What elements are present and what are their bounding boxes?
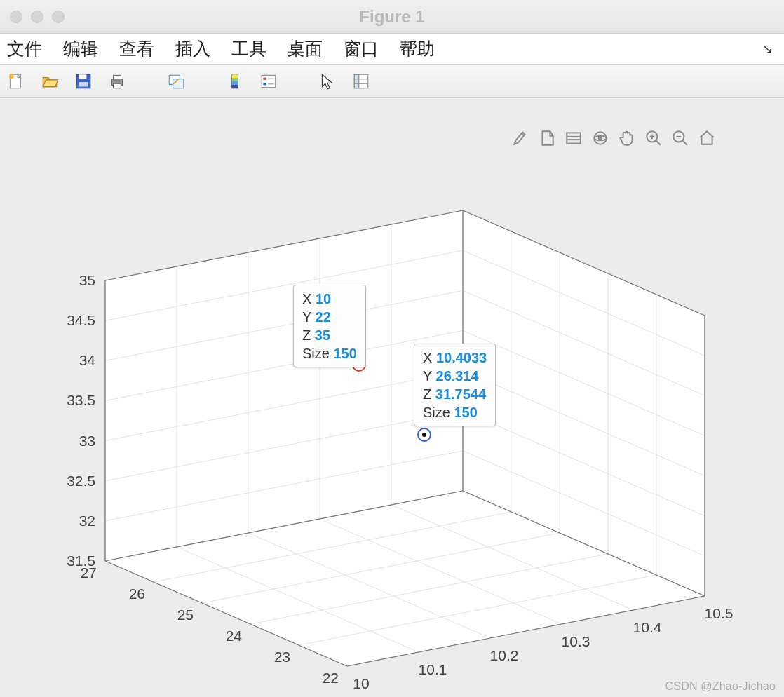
svg-text:23: 23 [274, 649, 290, 665]
dock-icon[interactable]: ↘ [762, 41, 777, 57]
zoom-button[interactable] [52, 11, 65, 23]
svg-rect-12 [232, 74, 238, 78]
new-icon[interactable] [6, 71, 27, 92]
menu-file[interactable]: 文件 [7, 37, 42, 60]
svg-text:27: 27 [81, 564, 97, 581]
datatip-1[interactable]: X 10.4033 Y 26.314 Z 31.7544 Size 150 [414, 344, 496, 426]
svg-rect-15 [232, 84, 238, 88]
toolbar [0, 65, 784, 98]
datatip-label: Size [423, 405, 450, 420]
svg-text:35: 35 [79, 272, 95, 288]
svg-point-29 [599, 137, 602, 140]
svg-rect-13 [232, 78, 238, 81]
datatip-0[interactable]: X 10 Y 22 Z 35 Size 150 [293, 285, 366, 367]
svg-rect-25 [567, 133, 581, 143]
pan-icon[interactable] [616, 128, 637, 149]
titlebar: Figure 1 [0, 0, 784, 34]
plot-area: 31.53232.53333.53434.535 222324252627 10… [0, 98, 784, 697]
datatip-value: 31.7544 [435, 386, 486, 402]
axes-3d[interactable]: 31.53232.53333.53434.535 222324252627 10… [0, 154, 784, 697]
svg-rect-22 [354, 74, 359, 88]
svg-text:32.5: 32.5 [67, 473, 95, 489]
svg-text:10.2: 10.2 [490, 647, 519, 663]
datatip-value: 10.4033 [436, 350, 487, 365]
svg-rect-16 [262, 75, 276, 87]
datatip-label: Y [302, 309, 311, 325]
svg-rect-17 [263, 77, 266, 79]
legend-icon[interactable] [258, 71, 279, 92]
svg-rect-5 [79, 82, 88, 87]
svg-text:24: 24 [226, 628, 243, 644]
rotate-icon[interactable] [590, 128, 611, 149]
open-icon[interactable] [39, 71, 60, 92]
datatip-icon[interactable] [563, 128, 584, 149]
datatip-label: Z [302, 327, 311, 343]
watermark: CSDN @Zhao-Jichao [665, 680, 776, 693]
export-icon[interactable] [536, 128, 557, 149]
svg-text:25: 25 [177, 607, 194, 623]
svg-text:33.5: 33.5 [67, 392, 95, 408]
window-title: Figure 1 [0, 7, 784, 27]
datatip-value: 22 [316, 309, 331, 325]
print-icon[interactable] [107, 71, 128, 92]
datatip-value: 26.314 [436, 368, 479, 384]
link-icon[interactable] [165, 71, 187, 92]
datatip-value: 150 [454, 405, 477, 420]
svg-rect-19 [263, 83, 266, 85]
svg-text:34: 34 [79, 352, 96, 368]
datatip-label: X [302, 291, 311, 306]
minimize-button[interactable] [31, 11, 43, 23]
cursor-icon[interactable] [317, 71, 338, 92]
scatter-point-blue[interactable] [417, 428, 431, 442]
svg-line-36 [682, 140, 687, 145]
datatip-label: Z [423, 386, 431, 402]
axes-toolbar [510, 128, 717, 149]
svg-rect-14 [232, 81, 238, 85]
svg-text:33: 33 [79, 433, 95, 449]
colorbar-icon[interactable] [224, 71, 245, 92]
svg-text:32: 32 [79, 513, 95, 529]
datatip-label: Size [302, 346, 330, 361]
menu-edit[interactable]: 编辑 [63, 37, 98, 60]
menu-window[interactable]: 窗口 [344, 37, 379, 60]
data-cursor-icon[interactable] [351, 71, 372, 92]
datatip-value: 10 [316, 291, 331, 306]
svg-text:10.5: 10.5 [705, 605, 734, 621]
brush-icon[interactable] [510, 128, 531, 149]
svg-line-32 [656, 140, 661, 145]
datatip-label: X [423, 350, 432, 365]
svg-point-2 [9, 74, 14, 79]
save-icon[interactable] [73, 71, 94, 92]
svg-text:10.4: 10.4 [633, 619, 662, 635]
svg-rect-8 [114, 83, 121, 88]
menu-view[interactable]: 查看 [119, 37, 154, 60]
menu-help[interactable]: 帮助 [400, 37, 435, 60]
datatip-value: 150 [333, 346, 356, 361]
zoom-out-icon[interactable] [670, 128, 691, 149]
home-icon[interactable] [696, 128, 717, 149]
close-button[interactable] [10, 11, 22, 23]
menubar: 文件 编辑 查看 插入 工具 桌面 窗口 帮助 ↘ [0, 34, 784, 65]
svg-text:26: 26 [129, 586, 145, 602]
menu-insert[interactable]: 插入 [175, 37, 210, 60]
svg-text:34.5: 34.5 [67, 312, 95, 328]
svg-text:10: 10 [353, 675, 369, 691]
svg-text:10.3: 10.3 [562, 633, 590, 649]
svg-rect-4 [79, 74, 87, 79]
zoom-in-icon[interactable] [643, 128, 664, 149]
datatip-label: Y [423, 368, 432, 384]
svg-text:10.1: 10.1 [419, 661, 447, 677]
svg-rect-7 [114, 75, 121, 80]
menu-desktop[interactable]: 桌面 [288, 37, 323, 60]
menu-tools[interactable]: 工具 [231, 37, 266, 60]
svg-text:22: 22 [323, 670, 339, 686]
datatip-value: 35 [315, 327, 330, 343]
window-controls [0, 11, 65, 23]
